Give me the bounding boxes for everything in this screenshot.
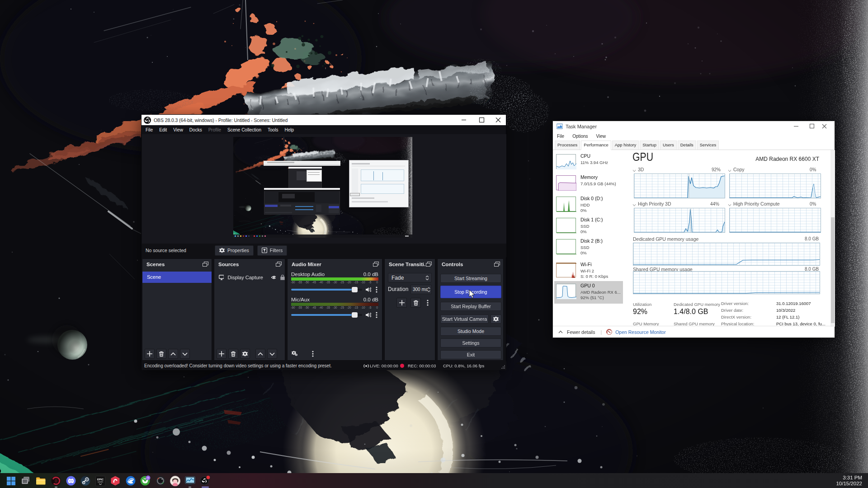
svg-text:GAMES: GAMES: [98, 481, 104, 483]
svg-text:EPIC: EPIC: [97, 478, 104, 480]
